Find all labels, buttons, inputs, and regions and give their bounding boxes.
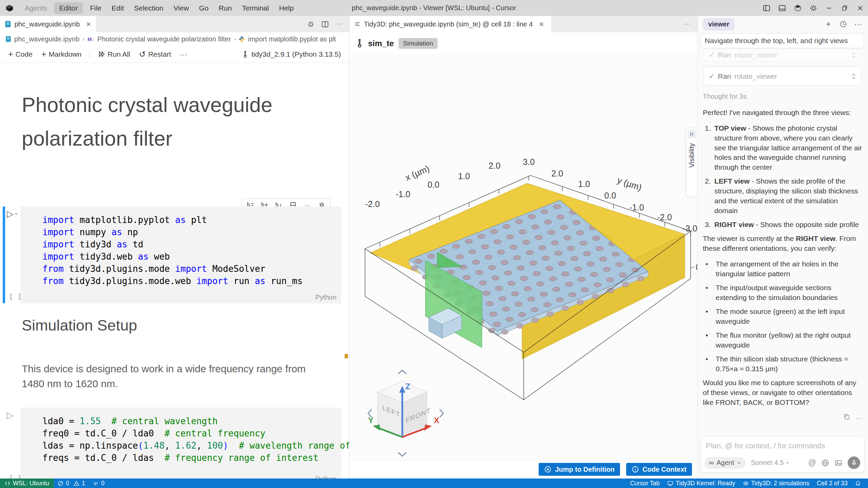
tool-call-rotate-viewer[interactable]: ✓ Ran rotate_viewer	[703, 49, 861, 61]
chat-input-box[interactable]: Plan, @ for context, / for commands ∞ Ag…	[700, 436, 865, 473]
menu-selection[interactable]: Selection	[129, 2, 168, 14]
visibility-tab-label[interactable]: Visibility	[688, 143, 696, 168]
menu-help[interactable]: Help	[274, 2, 299, 14]
markdown-cell-icon: M↓	[88, 36, 94, 42]
code-cell-imports[interactable]: import matplotlib.pyplot as pltimport nu…	[20, 206, 341, 303]
tab-tidy3d-viewer[interactable]: Tidy3D: phc_waveguide.ipynb (sim_te) @ c…	[350, 16, 552, 32]
run-all-button[interactable]: Run All	[95, 49, 134, 60]
attach-image-icon[interactable]	[834, 459, 843, 467]
cell-language-label[interactable]: Python	[315, 294, 336, 301]
markdown-paragraph[interactable]: This device is designed to work in a wid…	[22, 361, 329, 391]
close-button[interactable]	[852, 0, 868, 16]
infinity-icon: ∞	[709, 459, 714, 467]
cell-language-label[interactable]: Python	[315, 475, 336, 478]
expand-icon[interactable]	[851, 73, 856, 80]
layout-sidebar-icon[interactable]	[759, 0, 774, 16]
notifications-bell-icon[interactable]	[851, 481, 865, 486]
markdown-title[interactable]: Photonic crystal waveguide polarization …	[22, 88, 337, 155]
toolbar-more-actions-icon[interactable]: ···	[177, 49, 191, 60]
model-selector[interactable]: Sonnet 4.5	[751, 459, 790, 467]
restart-kernel-button[interactable]: ↺Restart	[136, 48, 175, 61]
breadcrumb-section[interactable]: Photonic crystal waveguide polarization …	[97, 35, 231, 43]
rotate-up-chevron-icon[interactable]	[399, 370, 406, 374]
list-icon	[354, 21, 361, 27]
menu-go[interactable]: Go	[194, 2, 214, 14]
bullet-item: The input/output waveguide sections exte…	[703, 283, 863, 303]
3d-viewport[interactable]: -2.0 -1.0 0.0 1.0 2.0 3.0 x (µm)	[350, 54, 697, 460]
visibility-side-tab[interactable]: Visibility	[686, 127, 697, 197]
tab-phc-waveguide[interactable]: phc_waveguide.ipynb ✕	[0, 16, 96, 32]
toolbar-divider	[90, 50, 90, 58]
viewer-action-bar: Jump to Definition Code Context	[350, 460, 697, 478]
mode-tab-editor[interactable]: Editor	[54, 2, 83, 14]
code-editor[interactable]: lda0 = 1.55 # central wavelengthfreq0 = …	[42, 415, 349, 464]
notebook-content[interactable]: Photonic crystal waveguide polarization …	[0, 63, 349, 478]
voice-mic-icon[interactable]	[848, 456, 860, 469]
mention-icon[interactable]: @	[808, 458, 816, 467]
restore-button[interactable]	[837, 0, 852, 16]
editor-more-actions-icon[interactable]: ···	[333, 18, 345, 30]
run-cell-button[interactable]: ▷	[7, 209, 18, 219]
breadcrumb[interactable]: phc_waveguide.ipynb › M↓ Photonic crysta…	[0, 32, 349, 46]
more-actions-icon[interactable]: ···	[855, 413, 863, 423]
notebook-editor-panel: phc_waveguide.ipynb ✕ ··· phc_waveguide.…	[0, 16, 349, 478]
layout-panel-icon[interactable]	[774, 0, 790, 16]
agent-mode-selector[interactable]: ∞ Agent	[705, 457, 746, 469]
run-cell-button[interactable]: ▷	[7, 410, 14, 420]
kernel-picker[interactable]: tidy3d_2.9.1 (Python 3.13.5)	[242, 50, 344, 58]
cursor-tab-indicator[interactable]: Cursor Tab	[626, 480, 663, 487]
assistant-paragraph: Would you like me to capture screenshots…	[703, 378, 863, 408]
simulations-status[interactable]: Tidy3D: 2 simulations	[739, 480, 813, 487]
menu-edit[interactable]: Edit	[107, 2, 129, 14]
menu-file[interactable]: File	[85, 2, 107, 14]
navigation-cube[interactable]: LEFT FRONT Z Y X	[363, 368, 448, 458]
svg-text:2.0: 2.0	[489, 161, 501, 170]
copy-icon[interactable]	[843, 413, 850, 423]
problems-indicator[interactable]: 0 1	[54, 480, 89, 487]
cell-position-indicator[interactable]: Cell 2 of 33	[813, 480, 851, 487]
rotate-down-chevron-icon[interactable]	[399, 453, 406, 456]
tool-call-rotate-viewer[interactable]: ✓ Ran rotate_viewer	[703, 67, 861, 86]
svg-text:1.0: 1.0	[578, 179, 590, 189]
target-icon	[544, 466, 552, 473]
settings-gear-icon[interactable]	[806, 0, 821, 16]
mode-tab-agents[interactable]: Agents	[20, 2, 52, 14]
collapse-panel-icon[interactable]	[688, 130, 696, 138]
notebook-tabbar: phc_waveguide.ipynb ✕ ···	[0, 16, 349, 32]
markdown-section-heading[interactable]: Simulation Setup	[22, 317, 137, 334]
broadcast-icon	[93, 481, 99, 486]
menu-terminal[interactable]: Terminal	[237, 2, 274, 14]
add-markdown-cell-button[interactable]: +Markdown	[38, 48, 85, 61]
tab-close-icon[interactable]: ✕	[539, 20, 544, 28]
code-cell-parameters[interactable]: lda0 = 1.55 # central wavelengthfreq0 = …	[20, 408, 341, 478]
history-clock-icon[interactable]	[838, 19, 848, 29]
chat-more-actions-icon[interactable]: ···	[853, 19, 863, 29]
new-chat-icon[interactable]: +	[823, 19, 833, 29]
menu-run[interactable]: Run	[214, 2, 237, 14]
ai-chat-panel: viewer + ··· Navigate through the top, l…	[698, 16, 868, 478]
web-globe-icon[interactable]	[821, 459, 829, 467]
cursor-ai-icon[interactable]	[790, 0, 806, 16]
svg-text:Z: Z	[405, 382, 410, 391]
rotate-right-chevron-icon[interactable]	[440, 410, 443, 417]
chat-tab-viewer[interactable]: viewer	[703, 18, 735, 31]
thought-duration[interactable]: Thought for 3s	[703, 92, 863, 101]
kernel-status[interactable]: Tidy3D Kernel: Ready	[663, 480, 739, 487]
assistant-paragraph: Perfect! I've navigated through the thre…	[703, 108, 863, 118]
minimize-button[interactable]	[821, 0, 837, 16]
add-code-cell-button[interactable]: +Code	[5, 48, 36, 61]
remote-indicator[interactable]: WSL: Ubuntu	[0, 478, 54, 488]
split-editor-icon[interactable]	[319, 18, 331, 30]
code-context-button[interactable]: Code Context	[626, 463, 692, 476]
code-editor[interactable]: import matplotlib.pyplot as pltimport nu…	[42, 214, 303, 287]
menu-view[interactable]: View	[169, 2, 194, 14]
user-message[interactable]: Navigate through the top, left, and righ…	[700, 33, 864, 48]
tab-close-icon[interactable]: ✕	[86, 20, 91, 28]
breadcrumb-cell[interactable]: import matplotlib.pyplot as plt	[248, 35, 336, 43]
notebook-settings-gear-icon[interactable]	[305, 18, 316, 30]
viewer-more-actions-icon[interactable]: ···	[682, 18, 693, 30]
jump-to-definition-button[interactable]: Jump to Definition	[539, 463, 620, 476]
breadcrumb-file[interactable]: phc_waveguide.ipynb	[14, 35, 79, 43]
ports-indicator[interactable]: 0	[89, 480, 108, 487]
expand-icon[interactable]	[851, 52, 856, 58]
